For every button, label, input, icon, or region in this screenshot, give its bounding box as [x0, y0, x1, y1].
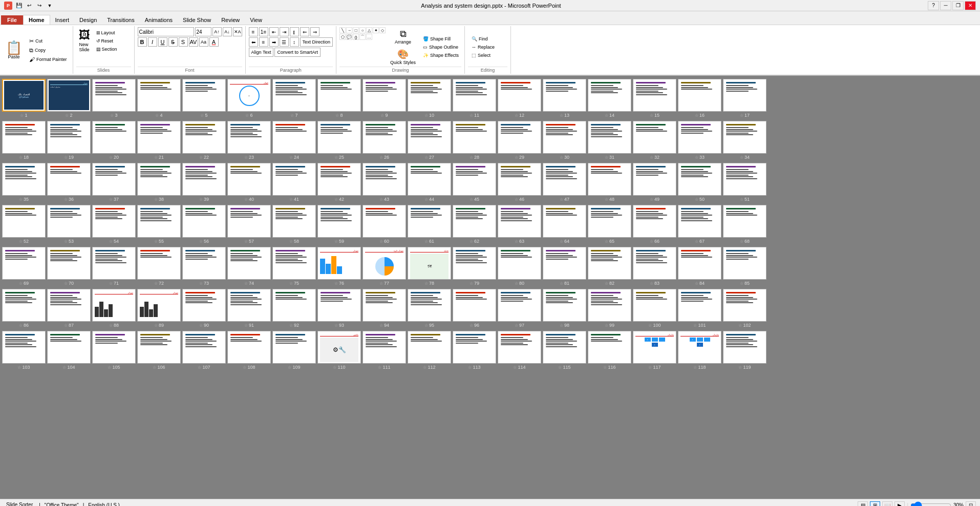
slide-thumb-62[interactable] [453, 205, 496, 238]
shape-callout[interactable]: 💬 [346, 34, 352, 40]
slide-thumb-25[interactable] [317, 121, 361, 154]
slide-thumb-81[interactable] [543, 247, 586, 280]
slide-thumb-4[interactable] [137, 79, 181, 112]
slide-thumb-60[interactable] [363, 205, 406, 238]
font-size-input[interactable] [195, 27, 211, 36]
slide-thumb-63[interactable] [498, 205, 541, 238]
slide-thumb-47[interactable] [543, 163, 586, 196]
slide-thumb-48[interactable] [588, 163, 631, 196]
select-btn[interactable]: ⬚ Select [468, 52, 507, 59]
shape-curve[interactable]: ⌒ [359, 34, 366, 40]
shape-diamond[interactable]: ◇ [379, 27, 386, 33]
convert-smartart-btn[interactable]: Convert to SmartArt [274, 48, 321, 57]
help-btn[interactable]: ? [928, 1, 939, 10]
slide-thumb-40[interactable] [227, 163, 271, 196]
shape-oval[interactable]: ○ [359, 27, 366, 33]
reading-view-btn[interactable]: 📖 [882, 501, 892, 507]
tab-file[interactable]: File [1, 15, 23, 25]
slide-thumb-66[interactable] [633, 205, 676, 238]
slide-thumb-50[interactable] [678, 163, 721, 196]
cut-btn[interactable]: ✂ Cut [27, 37, 70, 46]
restore-btn[interactable]: ❐ [952, 1, 964, 10]
fit-slide-btn[interactable]: ⊡ [966, 501, 976, 507]
slide-thumb-70[interactable] [47, 247, 91, 280]
slide-thumb-14[interactable] [588, 79, 631, 112]
slide-thumb-46[interactable] [498, 163, 541, 196]
slide-thumb-93[interactable] [317, 289, 361, 322]
slide-thumb-43[interactable] [363, 163, 406, 196]
underline-btn[interactable]: U [158, 37, 167, 47]
slide-thumb-17[interactable] [723, 79, 766, 112]
italic-btn[interactable]: I [148, 37, 157, 47]
slide-thumb-107[interactable] [182, 331, 226, 364]
slide-thumb-89[interactable]: نمودار [137, 289, 181, 322]
slide-thumb-49[interactable] [633, 163, 676, 196]
normal-view-btn[interactable]: ▤ [858, 501, 868, 507]
slide-thumb-35[interactable] [2, 163, 46, 196]
shape-arrow[interactable]: → [346, 27, 352, 33]
slide-thumb-112[interactable] [408, 331, 451, 364]
slide-thumb-42[interactable] [317, 163, 361, 196]
shape-star[interactable]: ✦ [373, 27, 379, 33]
increase-indent-btn[interactable]: ⇥ [280, 27, 289, 36]
slide-thumb-21[interactable] [137, 121, 181, 154]
tab-view[interactable]: View [245, 15, 267, 25]
slide-thumb-12[interactable] [498, 79, 541, 112]
slide-thumb-80[interactable] [498, 247, 541, 280]
slide-thumb-88[interactable]: نمودار [92, 289, 136, 322]
slide-thumb-55[interactable] [137, 205, 181, 238]
slide-thumb-72[interactable] [137, 247, 181, 280]
slide-thumb-76[interactable]: نمودار [317, 247, 361, 280]
slide-thumb-9[interactable] [363, 79, 406, 112]
decrease-font-btn[interactable]: A↓ [223, 27, 232, 36]
slide-thumb-36[interactable] [47, 163, 91, 196]
slide-thumb-38[interactable] [137, 163, 181, 196]
slide-thumb-8[interactable] [317, 79, 361, 112]
slide-thumb-19[interactable] [47, 121, 91, 154]
slide-thumb-29[interactable] [498, 121, 541, 154]
shape-rect[interactable]: □ [353, 27, 359, 33]
slide-thumb-87[interactable] [47, 289, 91, 322]
slide-thumb-74[interactable] [227, 247, 271, 280]
slide-thumb-15[interactable] [633, 79, 676, 112]
zoom-slider[interactable] [910, 502, 951, 507]
shadow-btn[interactable]: S [179, 37, 188, 47]
slide-thumb-118[interactable]: سازمان■■ [678, 331, 721, 364]
replace-btn[interactable]: ↔ Replace [468, 44, 507, 51]
slide-thumb-100[interactable] [633, 289, 676, 322]
customize-qat-btn[interactable]: ▼ [45, 2, 54, 10]
slide-thumb-86[interactable] [2, 289, 46, 322]
slide-thumb-10[interactable] [408, 79, 451, 112]
slide-thumb-97[interactable] [498, 289, 541, 322]
shape-fill-btn[interactable]: 🪣 Shape Fill [420, 35, 461, 43]
slide-thumb-6[interactable]: عنوان● [227, 79, 271, 112]
columns-btn[interactable]: ⫿ [290, 27, 299, 36]
slide-thumb-53[interactable] [47, 205, 91, 238]
tab-design[interactable]: Design [74, 15, 102, 25]
slide-thumb-27[interactable] [408, 121, 451, 154]
tab-home[interactable]: Home [23, 15, 50, 25]
undo-btn[interactable]: ↩ [25, 2, 34, 10]
shape-pentagon[interactable]: ⬠ [339, 34, 346, 40]
save-btn[interactable]: 💾 [14, 2, 24, 10]
slide-thumb-104[interactable] [47, 331, 91, 364]
slide-thumb-106[interactable] [137, 331, 181, 364]
close-btn[interactable]: ✕ [965, 1, 976, 10]
line-spacing-btn[interactable]: ↕ [290, 37, 299, 47]
slide-thumb-28[interactable] [453, 121, 496, 154]
align-text-btn[interactable]: Align Text [249, 48, 274, 57]
slide-thumb-101[interactable] [678, 289, 721, 322]
slide-thumb-37[interactable] [92, 163, 136, 196]
slide-sorter-tab[interactable]: Slide Sorter [4, 502, 35, 506]
slide-thumb-57[interactable] [227, 205, 271, 238]
slide-thumb-5[interactable] [182, 79, 226, 112]
font-name-input[interactable] [138, 27, 194, 36]
align-center-btn[interactable]: ≡ [259, 37, 268, 47]
tab-insert[interactable]: Insert [50, 15, 75, 25]
slide-thumb-111[interactable] [363, 331, 406, 364]
align-right-btn[interactable]: ➡ [269, 37, 279, 47]
font-color-btn[interactable]: A [209, 37, 219, 47]
slide-thumb-22[interactable] [182, 121, 226, 154]
layout-btn[interactable]: ⊞ Layout [94, 29, 120, 36]
slide-thumb-51[interactable] [723, 163, 766, 196]
